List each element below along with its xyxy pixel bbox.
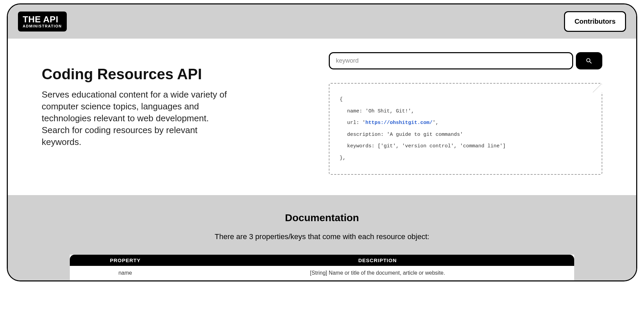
code-line: description: 'A guide to git commands' (340, 129, 463, 141)
table-header-property: PROPERTY (70, 255, 181, 266)
logo: THE API ADMINISTRATION (18, 12, 67, 31)
page-title: Coding Resources API (42, 66, 315, 83)
hero-column: Coding Resources API Serves educational … (42, 52, 315, 175)
sample-url-link[interactable]: https://ohshitgit.com/ (365, 120, 432, 126)
table-header-row: PROPERTY DESCRIPTION (70, 255, 575, 266)
search-input[interactable] (329, 52, 573, 69)
code-text: ', (432, 120, 439, 126)
search-button[interactable] (576, 52, 602, 69)
header: THE API ADMINISTRATION Contributors (8, 4, 636, 39)
code-line: name: 'Oh Shit, Git!', (340, 106, 414, 118)
search-column: { name: 'Oh Shit, Git!', url: 'https://o… (329, 52, 602, 175)
code-line: { (340, 97, 343, 102)
hero-intro: Serves educational content for a wide va… (42, 89, 232, 148)
table-header-description: DESCRIPTION (181, 255, 574, 266)
logo-sub-text: ADMINISTRATION (23, 24, 62, 28)
docs-intro: There are 3 properties/keys that come wi… (42, 232, 602, 241)
contributors-button[interactable]: Contributors (564, 11, 626, 32)
table-cell-property: name (70, 266, 181, 280)
code-line: }, (340, 155, 346, 161)
documentation-section: Documentation There are 3 properties/key… (8, 195, 636, 280)
code-line: url: 'https://ohshitgit.com/', (340, 117, 439, 129)
app-window: THE API ADMINISTRATION Contributors Codi… (7, 3, 637, 281)
main: Coding Resources API Serves educational … (8, 39, 636, 195)
logo-main-text: THE API (23, 15, 62, 24)
code-line: keywords: ['git', 'version control', 'co… (340, 141, 506, 152)
sample-response-box: { name: 'Oh Shit, Git!', url: 'https://o… (329, 83, 602, 175)
search-row (329, 52, 602, 69)
search-icon (585, 57, 593, 65)
table-row: name [String] Name or title of the docum… (70, 266, 575, 280)
paper-fold-icon (593, 83, 602, 92)
docs-table: PROPERTY DESCRIPTION name [String] Name … (70, 255, 575, 280)
table-cell-description: [String] Name or title of the document, … (181, 266, 574, 280)
docs-title: Documentation (42, 212, 602, 224)
code-text: url: ' (347, 120, 365, 126)
